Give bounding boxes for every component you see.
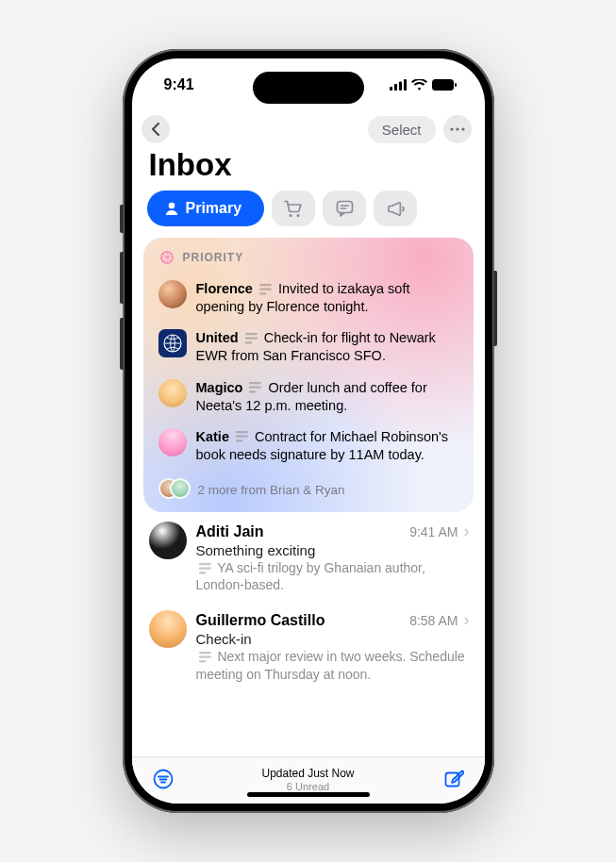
priority-sender: United (196, 330, 239, 345)
svg-rect-21 (249, 382, 261, 384)
svg-rect-27 (198, 563, 210, 565)
message-row[interactable]: Guillermo Castillo 8:58 AM › Check-in Ne… (132, 601, 485, 689)
svg-rect-29 (198, 572, 205, 573)
filter-button[interactable] (153, 769, 174, 793)
cellular-icon (390, 79, 407, 91)
compose-button[interactable] (443, 769, 464, 793)
svg-point-7 (456, 127, 458, 130)
message-time: 8:58 AM (409, 613, 458, 628)
avatar (149, 522, 187, 559)
svg-rect-22 (249, 387, 261, 389)
cart-icon (284, 200, 303, 218)
message-row[interactable]: Aditi Jain 9:41 AM › Something exciting … (132, 512, 485, 601)
svg-rect-26 (236, 440, 242, 442)
select-button[interactable]: Select (368, 116, 436, 143)
svg-rect-1 (394, 84, 397, 91)
svg-rect-15 (259, 288, 272, 290)
avatar (158, 329, 187, 357)
ellipsis-icon (450, 127, 465, 131)
svg-rect-5 (455, 83, 457, 87)
dynamic-island (253, 72, 364, 104)
back-button[interactable] (142, 115, 170, 143)
avatar (158, 379, 187, 407)
priority-sender: Magico (196, 380, 243, 395)
priority-sender: Katie (196, 429, 229, 444)
priority-section: PRIORITY Florence Invited to izakaya sof… (143, 238, 474, 512)
chevron-right-icon: › (464, 522, 470, 541)
svg-point-10 (290, 214, 292, 217)
priority-item[interactable]: Magico Order lunch and coffee for Neeta'… (157, 373, 460, 422)
summary-icon (258, 283, 273, 295)
person-icon (164, 201, 179, 216)
svg-rect-2 (399, 82, 402, 91)
svg-rect-23 (249, 390, 256, 392)
chevron-right-icon: › (464, 610, 470, 630)
priority-header-label: PRIORITY (183, 251, 244, 264)
svg-rect-16 (259, 292, 266, 294)
filter-icon (153, 769, 174, 789)
message-sender: Guillermo Castillo (196, 612, 325, 629)
priority-item[interactable]: Florence Invited to izakaya soft opening… (157, 274, 460, 323)
battery-icon (432, 79, 457, 91)
svg-point-9 (168, 203, 175, 209)
svg-rect-12 (337, 202, 352, 213)
svg-rect-19 (245, 337, 258, 339)
message-time: 9:41 AM (409, 524, 458, 539)
svg-rect-28 (198, 567, 210, 569)
priority-summary: Contract for Michael Robinson's book nee… (196, 429, 449, 462)
tab-primary-label: Primary (186, 200, 242, 217)
priority-more[interactable]: 2 more from Brian & Ryan (157, 471, 460, 503)
priority-item[interactable]: United Check-in for flight to Newark EWR… (157, 323, 460, 372)
message-preview: YA sci-fi trilogy by Ghanaian author, Lo… (196, 560, 425, 592)
home-indicator[interactable] (247, 792, 370, 797)
summary-icon (235, 430, 249, 442)
tab-primary[interactable]: Primary (147, 191, 265, 226)
avatar (170, 478, 191, 499)
tab-transactions[interactable] (272, 191, 315, 226)
tab-promotions[interactable] (374, 191, 417, 226)
message-subject: Check-in (196, 631, 470, 647)
avatar (158, 280, 187, 308)
avatar (158, 428, 187, 456)
svg-rect-14 (259, 284, 272, 286)
svg-rect-20 (245, 341, 252, 343)
priority-more-label: 2 more from Brian & Ryan (198, 483, 345, 497)
tab-updates[interactable] (323, 191, 366, 226)
svg-rect-30 (198, 652, 210, 654)
priority-sender: Florence (196, 281, 253, 296)
svg-rect-32 (198, 660, 205, 662)
message-preview: Next major review in two weeks. Schedule… (196, 649, 465, 681)
summary-icon (198, 562, 212, 574)
svg-point-11 (297, 214, 300, 217)
summary-icon (198, 651, 212, 663)
message-subject: Something exciting (196, 542, 470, 558)
svg-rect-25 (236, 436, 248, 438)
more-button[interactable] (443, 115, 472, 143)
svg-point-8 (461, 127, 464, 130)
compose-icon (443, 769, 464, 789)
svg-rect-24 (236, 431, 248, 433)
svg-rect-31 (198, 656, 210, 658)
svg-rect-4 (432, 79, 454, 91)
status-time: 9:41 (164, 76, 194, 93)
category-tabs: Primary (132, 191, 485, 238)
svg-rect-0 (390, 87, 392, 91)
summary-icon (244, 332, 258, 344)
chat-icon (336, 200, 354, 217)
svg-rect-3 (404, 79, 407, 91)
avatar (149, 610, 187, 648)
message-sender: Aditi Jain (196, 523, 264, 540)
wifi-icon (411, 79, 427, 91)
toolbar-status: Updated Just Now (261, 767, 354, 781)
priority-item[interactable]: Katie Contract for Michael Robinson's bo… (157, 422, 460, 471)
page-title: Inbox (132, 143, 485, 191)
svg-rect-18 (245, 333, 258, 335)
svg-point-6 (450, 127, 453, 130)
summary-icon (248, 381, 262, 393)
megaphone-icon (387, 201, 405, 217)
apple-intelligence-icon (158, 249, 175, 266)
chevron-left-icon (151, 123, 160, 136)
